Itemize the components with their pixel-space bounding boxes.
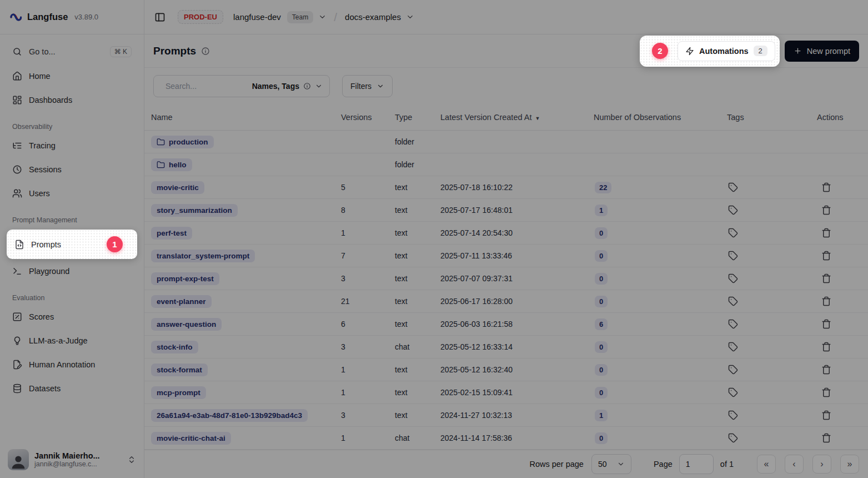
- prompt-name-pill[interactable]: event-planner: [151, 295, 212, 308]
- observations-count-pill[interactable]: 1: [595, 205, 608, 216]
- prompt-name-pill[interactable]: prompt-exp-test: [151, 272, 219, 285]
- sidebar-item-human-annotation[interactable]: Human Annotation: [7, 355, 137, 374]
- tag-button[interactable]: [727, 386, 739, 399]
- table-row[interactable]: prompt-exp-test3text2025-07-07 09:37:310: [144, 267, 868, 290]
- column-header-tags[interactable]: Tags: [727, 113, 817, 122]
- observations-count-pill[interactable]: 0: [595, 227, 608, 239]
- prompt-name-pill[interactable]: stock-format: [151, 364, 208, 376]
- delete-button[interactable]: [820, 341, 832, 353]
- delete-button[interactable]: [820, 409, 832, 421]
- sidebar-item-scores[interactable]: Scores: [7, 307, 137, 326]
- column-header-latest-version-created-at[interactable]: Latest Version Created At▼: [440, 113, 594, 122]
- table-row[interactable]: 26a61a94-e3ab-48d7-81e0-13b929bad4c33tex…: [144, 404, 868, 427]
- previous-page-button[interactable]: ‹: [785, 455, 804, 474]
- observations-count-pill[interactable]: 0: [595, 341, 608, 353]
- folder-name-pill[interactable]: hello: [151, 158, 192, 171]
- prompt-name-pill[interactable]: translator_system-prompt: [151, 250, 255, 262]
- new-prompt-button[interactable]: New prompt: [785, 41, 859, 62]
- sidebar-item-llm-as-a-judge[interactable]: LLM-as-a-Judge: [7, 331, 137, 350]
- observations-count-pill[interactable]: 0: [595, 250, 608, 262]
- delete-button[interactable]: [820, 227, 832, 239]
- sidebar-item-dashboards[interactable]: Dashboards: [7, 91, 137, 109]
- automations-button[interactable]: Automations 2: [678, 41, 775, 61]
- rows-per-page-select[interactable]: 50: [591, 454, 631, 474]
- sidebar-item-tracing[interactable]: Tracing: [7, 136, 137, 155]
- table-row[interactable]: mcp-prompt1text2025-02-15 15:09:410: [144, 381, 868, 404]
- sidebar-toggle-button[interactable]: [154, 12, 165, 23]
- column-header-versions[interactable]: Versions: [341, 113, 395, 122]
- observations-count-pill[interactable]: 0: [595, 387, 608, 399]
- first-page-button[interactable]: «: [757, 455, 776, 474]
- prompt-name-pill[interactable]: stock-info: [151, 341, 198, 353]
- search-input[interactable]: [165, 82, 213, 91]
- tag-button[interactable]: [727, 204, 739, 216]
- prompt-name-pill[interactable]: 26a61a94-e3ab-48d7-81e0-13b929bad4c3: [151, 409, 308, 422]
- table-row[interactable]: story_summarization8text2025-07-17 16:48…: [144, 199, 868, 222]
- tag-button[interactable]: [727, 364, 739, 376]
- observations-count-pill[interactable]: 6: [595, 318, 608, 330]
- observations-count-pill[interactable]: 0: [595, 296, 608, 307]
- delete-button[interactable]: [820, 272, 832, 285]
- tag-button[interactable]: [727, 318, 739, 330]
- prompt-name-pill[interactable]: mcp-prompt: [151, 386, 206, 399]
- table-row[interactable]: hellofolder: [144, 153, 868, 176]
- user-menu[interactable]: Jannik Maierho... jannik@langfuse.c...: [0, 441, 144, 478]
- prompt-name-pill[interactable]: movie-critic: [151, 181, 204, 194]
- sidebar-item-datasets[interactable]: Datasets: [7, 379, 137, 398]
- last-page-button[interactable]: »: [840, 455, 859, 474]
- observations-count-pill[interactable]: 1: [595, 410, 608, 421]
- tag-button[interactable]: [727, 227, 739, 239]
- delete-button[interactable]: [820, 250, 832, 262]
- delete-button[interactable]: [820, 318, 832, 330]
- prompt-name-pill[interactable]: answer-question: [151, 318, 222, 331]
- observations-count-pill[interactable]: 22: [595, 182, 611, 193]
- tag-button[interactable]: [727, 181, 739, 193]
- search-scope-dropdown[interactable]: Names, Tags: [252, 82, 323, 91]
- info-icon[interactable]: [201, 47, 210, 56]
- page-number-input[interactable]: [679, 454, 714, 474]
- sidebar-item-users[interactable]: Users: [7, 184, 137, 203]
- delete-button[interactable]: [820, 386, 832, 399]
- table-row[interactable]: movie-critic-chat-ai1chat2024-11-14 17:5…: [144, 427, 868, 450]
- delete-button[interactable]: [820, 181, 832, 193]
- next-page-button[interactable]: ›: [812, 455, 831, 474]
- sidebar-item-home[interactable]: Home: [7, 67, 137, 86]
- goto-search-button[interactable]: Go to... ⌘ K: [7, 42, 137, 62]
- delete-button[interactable]: [820, 364, 832, 376]
- delete-button[interactable]: [820, 295, 832, 307]
- delete-button[interactable]: [820, 432, 832, 444]
- tag-button[interactable]: [727, 250, 739, 262]
- tag-button[interactable]: [727, 272, 739, 285]
- prompt-name-pill[interactable]: story_summarization: [151, 204, 238, 217]
- column-header-name[interactable]: Name: [151, 113, 341, 122]
- column-header-type[interactable]: Type: [395, 113, 440, 122]
- column-header-actions[interactable]: Actions: [817, 113, 868, 122]
- project-breadcrumb[interactable]: docs-examples: [345, 12, 401, 22]
- column-header-number-of-observations[interactable]: Number of Observations: [594, 113, 727, 122]
- observations-count-pill[interactable]: 0: [595, 364, 608, 376]
- prompt-name-pill[interactable]: movie-critic-chat-ai: [151, 432, 231, 445]
- org-breadcrumb[interactable]: langfuse-dev: [233, 12, 281, 22]
- tag-button[interactable]: [727, 409, 739, 421]
- tag-button[interactable]: [727, 432, 739, 444]
- table-row[interactable]: answer-question6text2025-06-03 16:21:586: [144, 313, 868, 336]
- table-row[interactable]: productionfolder: [144, 131, 868, 153]
- table-row[interactable]: stock-info3chat2025-05-12 16:33:140: [144, 336, 868, 359]
- tag-button[interactable]: [727, 295, 739, 307]
- folder-name-pill[interactable]: production: [151, 136, 214, 148]
- sidebar-item-sessions[interactable]: Sessions: [7, 160, 137, 179]
- sidebar-item-prompts[interactable]: Prompts1: [9, 232, 135, 257]
- table-row[interactable]: event-planner21text2025-06-17 16:28:000: [144, 290, 868, 313]
- sidebar-item-playground[interactable]: Playground: [7, 262, 137, 281]
- table-row[interactable]: translator_system-prompt7text2025-07-11 …: [144, 245, 868, 267]
- delete-button[interactable]: [820, 204, 832, 216]
- table-row[interactable]: movie-critic5text2025-07-18 16:10:2222: [144, 176, 868, 199]
- project-chevron-down-icon[interactable]: [406, 13, 414, 21]
- observations-count-pill[interactable]: 0: [595, 273, 608, 285]
- table-row[interactable]: perf-test1text2025-07-14 20:54:300: [144, 222, 868, 245]
- filters-button[interactable]: Filters: [342, 75, 393, 97]
- prompt-name-pill[interactable]: perf-test: [151, 227, 192, 240]
- tag-button[interactable]: [727, 341, 739, 353]
- observations-count-pill[interactable]: 0: [595, 432, 608, 444]
- org-chevron-down-icon[interactable]: [318, 13, 327, 21]
